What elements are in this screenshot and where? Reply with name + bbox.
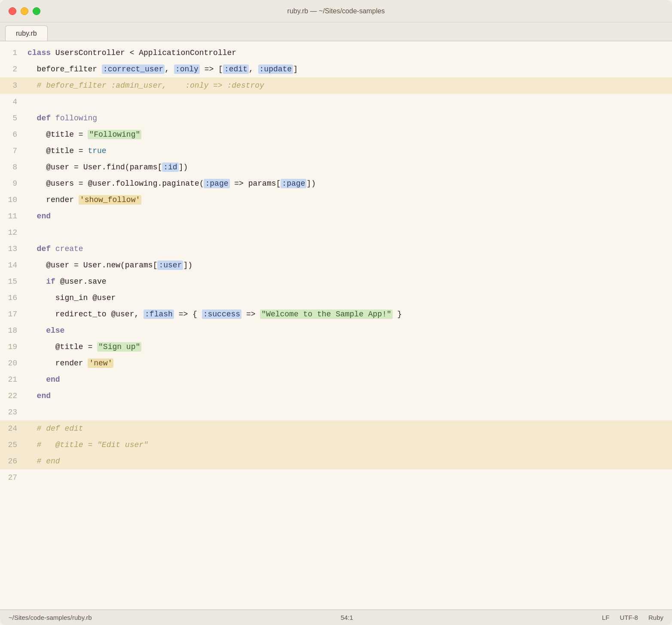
code-lines: 1 class UsersController < ApplicationCon… (0, 41, 672, 610)
line-4: 4 (0, 94, 672, 110)
line-25: 25 # @title = "Edit user" (0, 437, 672, 453)
line-3: 3 # before_filter :admin_user, :only => … (0, 77, 672, 94)
line-11: 11 end (0, 208, 672, 224)
line-15: 15 if @user.save (0, 273, 672, 290)
line-24: 24 # def edit (0, 420, 672, 437)
tab-ruby-rb[interactable]: ruby.rb (5, 25, 48, 41)
line-16: 16 sign_in @user (0, 290, 672, 306)
line-27: 27 (0, 469, 672, 486)
status-line-ending: LF (602, 614, 610, 621)
line-14: 14 @user = User.new(params[:user]) (0, 257, 672, 273)
line-22: 22 end (0, 388, 672, 404)
line-17: 17 redirect_to @user, :flash => { :succe… (0, 306, 672, 322)
line-9: 9 @users = @user.following.paginate(:pag… (0, 175, 672, 192)
line-7: 7 @title = true (0, 143, 672, 159)
line-26: 26 # end (0, 453, 672, 469)
status-filepath: ~/Sites/code-samples/ruby.rb (9, 614, 92, 621)
code-editor[interactable]: 1 class UsersController < ApplicationCon… (0, 41, 672, 610)
maximize-button[interactable] (33, 7, 40, 15)
status-right: LF UTF-8 Ruby (602, 614, 663, 621)
titlebar: ruby.rb — ~/Sites/code-samples (0, 0, 672, 22)
line-21: 21 end (0, 371, 672, 388)
traffic-lights (9, 7, 40, 15)
tabbar: ruby.rb (0, 22, 672, 41)
editor-window: ruby.rb — ~/Sites/code-samples ruby.rb 1… (0, 0, 672, 625)
status-position: 54:1 (341, 614, 353, 621)
line-20: 20 render 'new' (0, 355, 672, 371)
close-button[interactable] (9, 7, 16, 15)
line-2: 2 before_filter :correct_user, :only => … (0, 61, 672, 77)
line-23: 23 (0, 404, 672, 420)
line-10: 10 render 'show_follow' (0, 192, 672, 208)
status-language: Ruby (648, 614, 663, 621)
window-title: ruby.rb — ~/Sites/code-samples (287, 7, 385, 15)
line-12: 12 (0, 224, 672, 241)
line-8: 8 @user = User.find(params[:id]) (0, 159, 672, 175)
line-6: 6 @title = "Following" (0, 126, 672, 143)
minimize-button[interactable] (21, 7, 28, 15)
line-13: 13 def create (0, 241, 672, 257)
line-18: 18 else (0, 322, 672, 339)
statusbar: ~/Sites/code-samples/ruby.rb 54:1 LF UTF… (0, 610, 672, 625)
line-5: 5 def following (0, 110, 672, 126)
line-1: 1 class UsersController < ApplicationCon… (0, 45, 672, 61)
status-encoding: UTF-8 (620, 614, 638, 621)
line-19: 19 @title = "Sign up" (0, 339, 672, 355)
